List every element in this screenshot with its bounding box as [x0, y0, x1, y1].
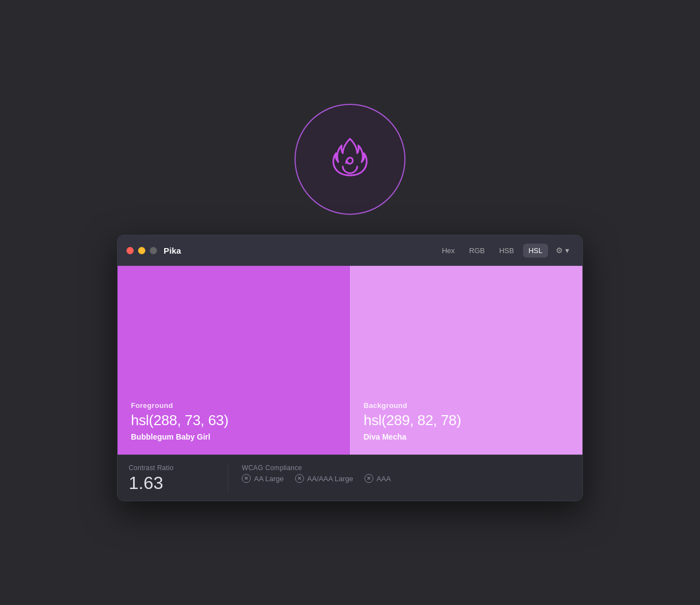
- pika-flame-icon: [319, 129, 381, 190]
- traffic-lights: [126, 247, 157, 254]
- titlebar-right: Hex RGB HSB HSL ⚙ ▾: [437, 243, 574, 258]
- wcag-aa-aaa-large-label: AA/AAA Large: [307, 475, 353, 483]
- fullscreen-button[interactable]: [150, 247, 157, 254]
- wcag-fail-icon-2: ✕: [297, 476, 302, 481]
- gear-icon: ⚙: [556, 246, 563, 255]
- app-icon-circle: [295, 104, 405, 215]
- color-panels: Foreground hsl(288, 73, 63) Bubblegum Ba…: [118, 266, 582, 455]
- foreground-color-name: Bubblegum Baby Girl: [131, 432, 337, 441]
- wcag-aaa-icon: ✕: [364, 474, 373, 483]
- background-panel[interactable]: Background hsl(289, 82, 78) Diva Mecha: [350, 266, 583, 455]
- format-hsl-button[interactable]: HSL: [523, 244, 548, 258]
- app-icon-container: [295, 104, 405, 215]
- format-hsb-button[interactable]: HSB: [494, 244, 520, 258]
- wcag-aa-aaa-large-icon: ✕: [295, 474, 304, 483]
- wcag-fail-icon-3: ✕: [367, 476, 371, 481]
- bottom-bar: Contrast Ratio 1.63 WCAG Compliance ✕ AA…: [118, 455, 582, 501]
- background-value: hsl(289, 82, 78): [364, 412, 570, 429]
- settings-button[interactable]: ⚙ ▾: [551, 243, 574, 258]
- wcag-aa-large-icon: ✕: [242, 474, 251, 483]
- background-color-name: Diva Mecha: [364, 432, 570, 441]
- wcag-aa-large: ✕ AA Large: [242, 474, 284, 483]
- contrast-ratio-value: 1.63: [129, 474, 215, 492]
- foreground-value: hsl(288, 73, 63): [131, 412, 337, 429]
- wcag-aa-large-label: AA Large: [254, 475, 284, 483]
- wcag-items: ✕ AA Large ✕ AA/AAA Large ✕ AAA: [242, 474, 571, 483]
- titlebar: Pika Hex RGB HSB HSL ⚙ ▾: [118, 235, 582, 266]
- format-hex-button[interactable]: Hex: [437, 244, 460, 258]
- minimize-button[interactable]: [138, 247, 145, 254]
- main-window: Pika Hex RGB HSB HSL ⚙ ▾ Foreground hsl(…: [117, 235, 583, 501]
- close-button[interactable]: [126, 247, 134, 254]
- wcag-aaa: ✕ AAA: [364, 474, 391, 483]
- background-label: Background: [364, 401, 570, 410]
- chevron-down-icon: ▾: [565, 246, 569, 255]
- contrast-section: Contrast Ratio 1.63: [129, 464, 229, 492]
- wcag-section: WCAG Compliance ✕ AA Large ✕ AA/AAA Larg…: [229, 464, 571, 483]
- foreground-panel[interactable]: Foreground hsl(288, 73, 63) Bubblegum Ba…: [118, 266, 350, 455]
- app-title: Pika: [164, 246, 181, 255]
- wcag-aaa-label: AAA: [377, 475, 391, 483]
- wcag-label: WCAG Compliance: [242, 464, 571, 472]
- format-rgb-button[interactable]: RGB: [464, 244, 490, 258]
- contrast-ratio-label: Contrast Ratio: [129, 464, 215, 472]
- wcag-aa-aaa-large: ✕ AA/AAA Large: [295, 474, 353, 483]
- wcag-fail-icon: ✕: [244, 476, 248, 481]
- foreground-label: Foreground: [131, 401, 337, 410]
- titlebar-left: Pika: [126, 246, 181, 255]
